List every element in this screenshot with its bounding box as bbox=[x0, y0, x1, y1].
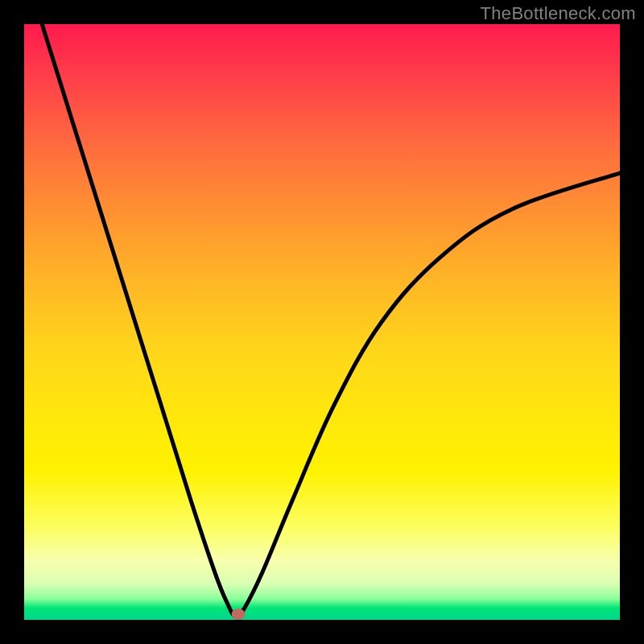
plot-area bbox=[24, 24, 620, 620]
watermark-text: TheBottleneck.com bbox=[481, 3, 636, 24]
chart-frame: TheBottleneck.com bbox=[0, 0, 644, 644]
optimal-point-marker bbox=[232, 609, 246, 620]
bottleneck-curve bbox=[24, 24, 620, 620]
